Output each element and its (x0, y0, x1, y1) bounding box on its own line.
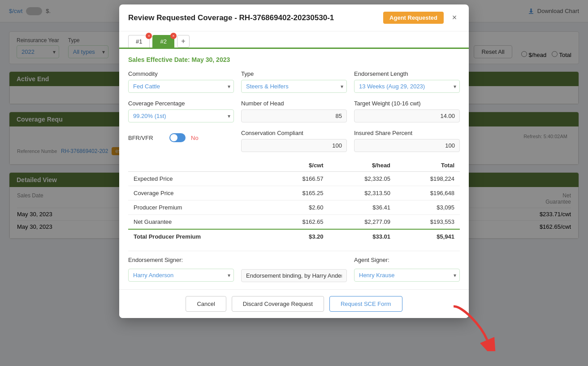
form-row-1: Commodity Fed Cattle Type Steers & Heife… (128, 70, 460, 93)
conservation-input[interactable]: 100 (241, 139, 347, 152)
pricing-row-per-head: $36.41 (329, 200, 396, 215)
pricing-col-per-head: $/head (329, 159, 396, 172)
num-head-label: Number of Head (241, 100, 347, 107)
pricing-row-label: Expected Price (128, 172, 271, 186)
request-sce-form-button[interactable]: Request SCE Form (329, 296, 402, 312)
coverage-pct-group: Coverage Percentage 99.20% (1st) (128, 100, 234, 122)
form-row-3: BFR/VFR No Conservation Compliant 100 In… (128, 130, 460, 152)
discard-coverage-request-button[interactable]: Discard Coverage Request (232, 296, 324, 312)
pricing-row-cwt: $2.60 (271, 200, 329, 215)
review-coverage-modal: Review Requested Coverage - RH-376869402… (119, 4, 469, 318)
endorsement-text-group: Endorsement binding, by Harry Anderson, … (241, 257, 347, 282)
bfr-toggle[interactable] (169, 133, 186, 142)
coverage-pct-select[interactable]: 99.20% (1st) (128, 109, 234, 122)
pricing-row-per-head: $2,313.50 (329, 186, 396, 200)
form-row-2: Coverage Percentage 99.20% (1st) Number … (128, 100, 460, 122)
commodity-select[interactable]: Fed Cattle (128, 80, 234, 93)
pricing-table: $/cwt $/head Total Expected Price $166.5… (128, 159, 460, 244)
agent-signer-select[interactable]: Henry Krause (354, 269, 460, 282)
endorsement-length-group: Endorsement Length 13 Weeks (Aug 29, 202… (354, 70, 460, 93)
pricing-row-cwt: $165.25 (271, 186, 329, 200)
tab-1-label: #1 (136, 38, 142, 45)
total-producer-premium-row: Total Producer Premium $3.20 $33.01 $5,9… (128, 229, 460, 244)
tab-2[interactable]: #2 × (152, 35, 174, 48)
total-per-head: $33.01 (329, 229, 396, 244)
close-button[interactable]: × (449, 13, 460, 23)
tab-2-close[interactable]: × (170, 33, 177, 39)
modal-footer: Cancel Discard Coverage Request Request … (119, 289, 469, 318)
type-form-group: Type Steers & Heifers (241, 70, 347, 93)
insured-share-group: Insured Share Percent 100 (354, 130, 460, 152)
tabs-row: #1 × #2 × + (119, 31, 469, 49)
signer-row: Endorsement Signer: Harry Anderson Endor… (128, 251, 460, 282)
total-total: $5,941 (396, 229, 460, 244)
coverage-pct-select-wrapper[interactable]: 99.20% (1st) (128, 109, 234, 122)
pricing-row-label: Coverage Price (128, 186, 271, 200)
pricing-col-total: Total (396, 159, 460, 172)
agent-requested-badge: Agent Requested (383, 12, 444, 24)
total-label: Total Producer Premium (128, 229, 271, 244)
pricing-row: Expected Price $166.57 $2,332.05 $198,22… (128, 172, 460, 186)
endorsement-length-label: Endorsement Length (354, 70, 460, 77)
modal-body: Sales Effective Date: May 30, 2023 Commo… (119, 49, 469, 289)
num-head-input[interactable]: 85 (241, 109, 347, 122)
conservation-group: Conservation Compliant 100 (241, 130, 347, 152)
endorsement-signer-select[interactable]: Harry Anderson (128, 269, 234, 282)
modal-header: Review Requested Coverage - RH-376869402… (119, 4, 469, 31)
pricing-row-cwt: $162.65 (271, 215, 329, 230)
tab-2-label: #2 (160, 38, 166, 45)
tab-1-close[interactable]: × (146, 33, 152, 39)
bfr-status: No (191, 135, 199, 141)
commodity-label: Commodity (128, 70, 234, 77)
pricing-row: Producer Premium $2.60 $36.41 $3,095 (128, 200, 460, 215)
pricing-row-total: $198,224 (396, 172, 460, 186)
total-cwt: $3.20 (271, 229, 329, 244)
pricing-col-empty (128, 159, 271, 172)
pricing-row-cwt: $166.57 (271, 172, 329, 186)
endorsement-signer-group: Endorsement Signer: Harry Anderson (128, 257, 234, 282)
num-head-group: Number of Head 85 (241, 100, 347, 122)
endorsement-length-select-wrapper[interactable]: 13 Weeks (Aug 29, 2023) (354, 80, 460, 93)
modal-overlay: Review Requested Coverage - RH-376869402… (0, 0, 588, 366)
endorsement-signer-label: Endorsement Signer: (128, 257, 234, 263)
endorsement-signer-select-wrapper[interactable]: Harry Anderson (128, 269, 234, 282)
pricing-row-total: $193,553 (396, 215, 460, 230)
pricing-row-label: Net Guarantee (128, 215, 271, 230)
cancel-button[interactable]: Cancel (186, 296, 226, 312)
type-form-select[interactable]: Steers & Heifers (241, 80, 347, 93)
type-form-select-wrapper[interactable]: Steers & Heifers (241, 80, 347, 93)
modal-header-right: Agent Requested × (383, 12, 460, 24)
target-weight-input[interactable]: 14.00 (354, 109, 460, 122)
commodity-select-wrapper[interactable]: Fed Cattle (128, 80, 234, 93)
bfr-label: BFR/VFR (128, 135, 164, 141)
endorsement-text-input[interactable]: Endorsement binding, by Harry Anderson, … (241, 269, 347, 282)
type-form-label: Type (241, 70, 347, 77)
tab-1[interactable]: #1 × (128, 35, 150, 48)
bfr-group: BFR/VFR No (128, 130, 234, 146)
pricing-col-cwt: $/cwt (271, 159, 329, 172)
tab-add-button[interactable]: + (177, 35, 190, 48)
pricing-row: Coverage Price $165.25 $2,313.50 $196,64… (128, 186, 460, 200)
conservation-label: Conservation Compliant (241, 130, 347, 136)
agent-signer-group: Agent Signer: Henry Krause (354, 257, 460, 282)
commodity-group: Commodity Fed Cattle (128, 70, 234, 93)
pricing-row-total: $196,648 (396, 186, 460, 200)
target-weight-group: Target Weight (10-16 cwt) 14.00 (354, 100, 460, 122)
pricing-row-label: Producer Premium (128, 200, 271, 215)
endorsement-length-select[interactable]: 13 Weeks (Aug 29, 2023) (354, 80, 460, 93)
target-weight-label: Target Weight (10-16 cwt) (354, 100, 460, 107)
pricing-row-per-head: $2,277.09 (329, 215, 396, 230)
agent-signer-label: Agent Signer: (354, 257, 460, 263)
sales-effective-date: Sales Effective Date: May 30, 2023 (128, 56, 460, 63)
insured-share-input[interactable]: 100 (354, 139, 460, 152)
insured-share-label: Insured Share Percent (354, 130, 460, 136)
pricing-row-per-head: $2,332.05 (329, 172, 396, 186)
agent-signer-select-wrapper[interactable]: Henry Krause (354, 269, 460, 282)
coverage-pct-label: Coverage Percentage (128, 100, 234, 107)
modal-title: Review Requested Coverage - RH-376869402… (128, 13, 334, 22)
pricing-row-total: $3,095 (396, 200, 460, 215)
pricing-row: Net Guarantee $162.65 $2,277.09 $193,553 (128, 215, 460, 230)
